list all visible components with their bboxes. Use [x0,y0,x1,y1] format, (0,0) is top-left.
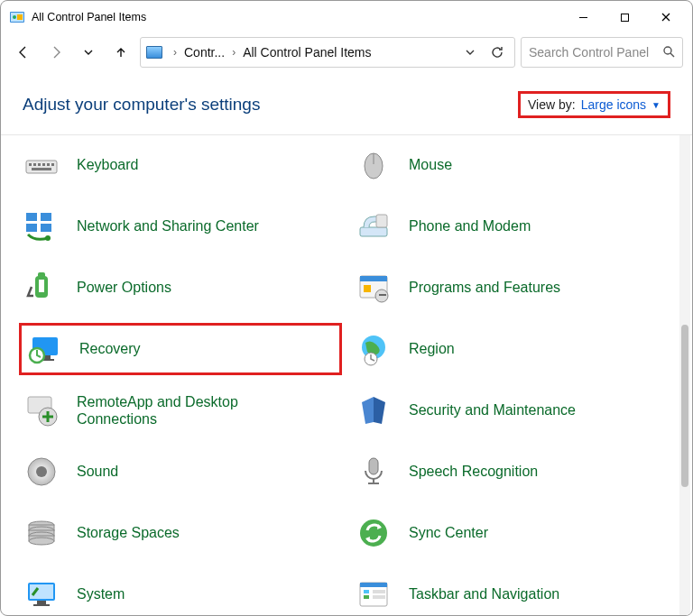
item-programs[interactable]: Programs and Features [351,262,674,314]
svg-point-44 [36,466,47,477]
view-by-label: View by: [528,97,576,112]
item-label: RemoteApp and Desktop Connections [77,393,266,428]
mouse-icon [355,146,393,184]
item-remoteapp[interactable]: RemoteApp and Desktop Connections [19,384,342,437]
taskbar-icon [355,575,393,613]
chevron-right-icon[interactable]: › [228,46,239,59]
svg-point-55 [360,519,387,547]
svg-rect-20 [26,213,37,221]
item-label: Sound [77,463,118,480]
item-recovery[interactable]: Recovery [19,323,342,375]
back-button[interactable] [10,39,37,66]
svg-rect-22 [41,213,51,221]
power-icon [23,269,60,307]
maximize-button[interactable] [604,1,645,33]
up-button[interactable] [107,39,134,66]
item-label: Speech Recognition [409,463,538,480]
item-keyboard[interactable]: Keyboard [19,139,342,191]
forward-button[interactable] [42,39,69,66]
item-security[interactable]: Security and Maintenance [351,384,674,437]
address-dropdown-button[interactable] [458,41,482,64]
control-panel-icon [10,10,24,24]
svg-rect-11 [29,163,32,166]
svg-rect-65 [373,595,385,599]
view-by-value[interactable]: Large icons [581,97,646,112]
svg-rect-12 [33,163,36,166]
address-bar[interactable]: › Contr... › All Control Panel Items [140,37,515,68]
recent-locations-button[interactable] [75,39,102,66]
breadcrumb-control-panel[interactable]: Contr... [184,45,225,60]
window-controls [562,1,687,33]
sound-icon [23,453,60,491]
titlebar: All Control Panel Items [1,1,692,33]
security-icon [355,391,393,429]
page-heading: Adjust your computer's settings [23,95,260,115]
svg-rect-64 [373,590,385,593]
region-icon [355,330,393,368]
item-label: Programs and Features [409,279,560,296]
svg-rect-21 [26,224,37,232]
item-label: Phone and Modem [409,217,531,234]
scrollbar[interactable] [679,135,690,615]
svg-rect-23 [41,224,51,232]
item-label: Storage Spaces [77,524,180,541]
view-by-control[interactable]: View by: Large icons ▼ [518,91,670,118]
minimize-button[interactable] [562,1,604,33]
search-icon[interactable] [662,45,675,60]
svg-rect-16 [51,163,54,166]
navigation-bar: › Contr... › All Control Panel Items Sea… [1,33,692,78]
close-button[interactable] [645,1,687,33]
item-sync[interactable]: Sync Center [351,507,674,559]
svg-rect-57 [30,584,53,599]
item-label: System [77,585,125,602]
item-label: Mouse [409,156,452,173]
svg-rect-13 [38,163,41,166]
svg-rect-3 [17,14,23,20]
storage-icon [23,514,60,552]
svg-rect-15 [47,163,50,166]
item-mouse[interactable]: Mouse [351,139,674,191]
breadcrumb-all-items[interactable]: All Control Panel Items [243,45,371,60]
svg-point-54 [29,538,54,545]
address-icon [146,46,162,59]
item-label: Power Options [77,279,171,296]
scrollbar-thumb[interactable] [681,325,688,487]
chevron-right-icon[interactable]: › [170,46,180,59]
sync-icon [355,514,393,552]
svg-rect-26 [376,215,387,227]
refresh-button[interactable] [485,41,509,64]
item-label: Taskbar and Navigation [409,585,559,602]
item-region[interactable]: Region [351,323,674,375]
item-label: Security and Maintenance [409,401,576,418]
item-taskbar[interactable]: Taskbar and Navigation [351,568,674,615]
network-icon [23,207,60,245]
svg-rect-58 [37,601,46,604]
item-power[interactable]: Power Options [19,262,342,314]
window-title: All Control Panel Items [32,11,146,23]
svg-point-2 [13,15,16,19]
item-network[interactable]: Network and Sharing Center [19,200,342,253]
item-system[interactable]: System [19,568,342,615]
svg-rect-17 [32,168,51,170]
search-box[interactable]: Search Control Panel [521,37,683,68]
search-placeholder: Search Control Panel [529,45,657,60]
svg-rect-62 [364,590,369,593]
item-label: Sync Center [409,524,488,541]
item-speech[interactable]: Speech Recognition [351,446,674,498]
item-phone[interactable]: Phone and Modem [351,200,674,253]
svg-rect-63 [364,595,369,599]
system-icon [23,575,60,613]
item-storage[interactable]: Storage Spaces [19,507,342,559]
item-sound[interactable]: Sound [19,446,342,498]
svg-point-8 [664,47,671,54]
svg-rect-14 [42,163,45,166]
svg-point-24 [45,235,51,241]
svg-rect-34 [379,294,386,296]
phone-icon [355,207,393,245]
keyboard-icon [23,146,60,184]
svg-rect-28 [38,272,45,278]
content-area: KeyboardMouseNetwork and Sharing CenterP… [1,135,692,615]
chevron-down-icon[interactable]: ▼ [651,100,661,110]
control-panel-window: All Control Panel Items [0,0,693,616]
item-label: Recovery [79,340,141,357]
